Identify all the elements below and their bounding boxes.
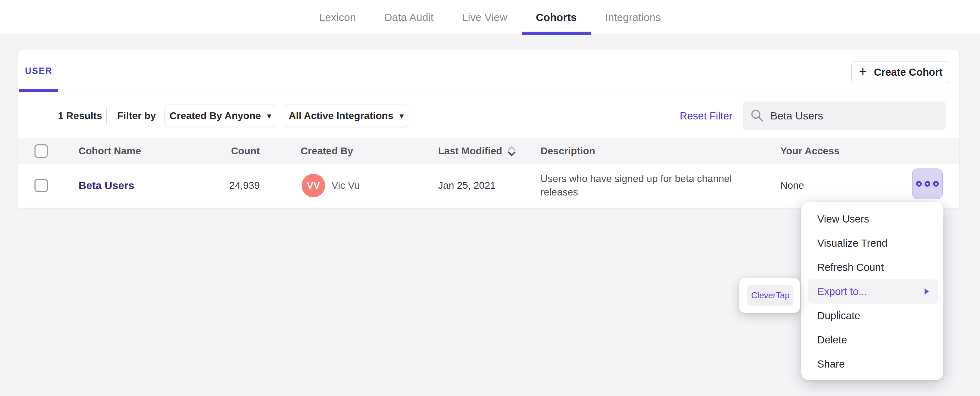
- created-by-dropdown-value: Created By Anyone: [170, 110, 261, 121]
- table-row: Beta Users 24,939 VV Vic Vu Jan 25, 2021…: [18, 163, 959, 208]
- sort-icon[interactable]: [506, 145, 517, 158]
- cohort-name-link[interactable]: Beta Users: [78, 179, 134, 192]
- menu-item-export-to[interactable]: Export to...: [808, 279, 938, 303]
- filter-bar: 1 Results Filter by Created By Anyone ▾ …: [18, 93, 959, 138]
- chevron-down-icon: ▾: [400, 112, 404, 120]
- search-input[interactable]: [770, 110, 939, 122]
- chevron-down-icon: ▾: [267, 112, 271, 120]
- export-submenu: CleverTap: [739, 278, 800, 313]
- tab-cohorts[interactable]: Cohorts: [522, 0, 591, 35]
- menu-item-duplicate[interactable]: Duplicate: [801, 303, 943, 328]
- tab-label: Integrations: [605, 11, 661, 24]
- avatar: VV: [302, 174, 325, 197]
- submenu-item-clevertap[interactable]: CleverTap: [747, 285, 794, 306]
- results-count: 1 Results: [58, 110, 102, 121]
- header-created-by[interactable]: Created By: [301, 145, 353, 157]
- reset-filter-link[interactable]: Reset Filter: [680, 110, 732, 121]
- tab-label: Cohorts: [536, 11, 577, 24]
- active-tab-underline: [522, 32, 591, 35]
- row-actions-menu: View Users Visualize Trend Refresh Count…: [801, 202, 943, 380]
- export-to-label: Export to...: [817, 286, 867, 297]
- menu-item-share[interactable]: Share: [801, 352, 943, 376]
- menu-item-refresh-count[interactable]: Refresh Count: [801, 255, 943, 279]
- header-your-access: Your Access: [780, 145, 840, 157]
- tab-label: Data Audit: [385, 11, 433, 24]
- more-icon: [916, 181, 939, 187]
- submenu-arrow-icon: [924, 288, 929, 295]
- tab-user-label: USER: [25, 66, 52, 76]
- header-cohort-name[interactable]: Cohort Name: [78, 145, 141, 157]
- cohort-type-tabbar: USER + Create Cohort: [18, 50, 959, 93]
- top-nav: Lexicon Data Audit Live View Cohorts Int…: [0, 0, 980, 35]
- select-all-checkbox[interactable]: [35, 144, 48, 158]
- filter-by-label: Filter by: [117, 110, 156, 121]
- menu-item-view-users[interactable]: View Users: [801, 207, 943, 231]
- search-icon: [751, 109, 764, 123]
- tab-data-audit[interactable]: Data Audit: [370, 0, 448, 35]
- tab-lexicon[interactable]: Lexicon: [305, 0, 370, 35]
- create-cohort-label: Create Cohort: [874, 67, 942, 78]
- create-cohort-button[interactable]: + Create Cohort: [851, 61, 950, 83]
- integrations-dropdown[interactable]: All Active Integrations ▾: [284, 104, 408, 127]
- row-checkbox[interactable]: [35, 179, 48, 192]
- creator-cell: VV Vic Vu: [302, 174, 360, 197]
- menu-item-visualize-trend[interactable]: Visualize Trend: [801, 231, 943, 255]
- creator-name: Vic Vu: [331, 180, 360, 191]
- created-by-dropdown[interactable]: Created By Anyone ▾: [164, 104, 276, 127]
- access-value: None: [780, 180, 804, 191]
- tab-label: Live View: [462, 11, 508, 24]
- menu-item-delete[interactable]: Delete: [801, 328, 943, 352]
- table-header: Cohort Name Count Created By Last Modifi…: [18, 138, 959, 163]
- header-last-modified-label: Last Modified: [438, 145, 502, 157]
- user-tab-underline: [19, 89, 58, 92]
- cohorts-card: USER + Create Cohort 1 Results Filter by…: [18, 50, 959, 208]
- header-description: Description: [541, 145, 595, 157]
- last-modified-date: Jan 25, 2021: [438, 180, 496, 191]
- tab-label: Lexicon: [319, 11, 356, 24]
- integrations-dropdown-value: All Active Integrations: [288, 110, 393, 121]
- cohort-description: Users who have signed up for beta channe…: [541, 172, 754, 199]
- tab-integrations[interactable]: Integrations: [591, 0, 675, 35]
- header-count[interactable]: Count: [210, 145, 260, 157]
- tab-live-view[interactable]: Live View: [448, 0, 522, 35]
- cohort-count: 24,939: [210, 180, 260, 191]
- more-actions-button[interactable]: [912, 169, 943, 199]
- tab-user[interactable]: USER: [19, 50, 58, 92]
- divider: [106, 108, 107, 124]
- header-last-modified[interactable]: Last Modified: [438, 145, 517, 158]
- search-box[interactable]: [743, 101, 946, 130]
- plus-icon: +: [859, 65, 867, 78]
